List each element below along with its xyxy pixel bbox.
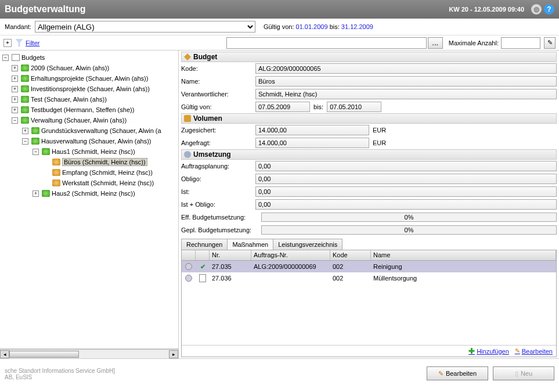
istobligo-label: Ist + Obligo: [181,201,255,208]
kode-label: Kode: [181,65,255,72]
verant-field: Schmidt, Heinz (hsc) [255,89,557,99]
coin-icon [184,115,191,122]
pencil-icon: ✎ [515,347,520,355]
obligo-field: 0,00 [255,174,557,184]
currency-unit: EUR [373,139,386,146]
search-input[interactable] [226,37,427,49]
zugesichert-label: Zugesichert: [181,127,255,134]
tree-node[interactable]: −Haus1 (Schmidt, Heinz (hsc)) [0,146,178,157]
tree-node[interactable]: +Grundstücksverwaltung (Schauer, Alwin (… [0,125,178,136]
validfrom-label: Gültig von: [181,103,255,110]
budget-icon [21,106,29,113]
eff-progress: 0% [261,213,557,222]
tree-node-selected[interactable]: Büros (Schmidt, Heinz (hsc)) [0,157,178,167]
valid-range: Gültig von: 01.01.2009 bis: 31.12.2009 [264,23,373,30]
budget-icon [42,148,50,155]
budget-tree[interactable]: −Budgets +2009 (Schauer, Alwin (ahs)) +E… [0,51,178,349]
grid-body: ✔ 27.035 ALG:2009/000000069 002 Reinigun… [182,261,556,345]
tree-node[interactable]: +Testbudget (Hermann, Steffen (she)) [0,105,178,115]
budget-icon [21,117,29,124]
verant-label: Verantwortlicher: [181,91,255,98]
scroll-thumb[interactable] [9,351,79,358]
name-label: Name: [181,78,255,85]
validfrom-field: 07.05.2009 [255,102,310,112]
col-name[interactable]: Name [371,250,556,260]
col-nr[interactable]: Nr. [210,250,251,260]
doc-icon [199,274,206,282]
wand-icon[interactable]: ✎ [544,37,556,49]
filter-icon [15,39,23,47]
budget-icon [21,75,29,82]
tree-node[interactable]: −Verwaltung (Schauer, Alwin (ahs)) [0,115,178,125]
tree-node[interactable]: +Investitionsprojekte (Schauer, Alwin (a… [0,84,178,94]
tree-node[interactable]: Empfang (Schmidt, Heinz (hsc)) [0,167,178,178]
mandant-row: Mandant: Allgemein (ALG) Gültig von: 01.… [0,19,559,35]
angefragt-label: Angefragt: [181,139,255,146]
diamond-icon [184,53,191,60]
istobligo-field: 0,00 [255,199,557,210]
name-field: Büros [255,76,557,87]
validto-field: 07.05.2010 [327,102,381,112]
auftragsplanung-label: Auftragsplanung: [181,163,255,170]
budget-icon [21,64,29,71]
section-budget: Budget [181,52,557,62]
tree-node[interactable]: +Haus2 (Schmidt, Heinz (hsc)) [0,188,178,199]
browse-button[interactable]: ... [428,37,443,49]
mandant-select[interactable]: Allgemein (ALG) [35,21,255,33]
pencil-icon: ✎ [438,370,443,377]
scroll-right-icon[interactable]: ▸ [169,350,178,358]
status-bar: sche Standort Informations Service GmbH]… [0,358,559,383]
doc-icon [12,54,20,61]
budget-icon [31,138,39,145]
grid-row[interactable]: 27.036 002 Müllentsorgung [182,272,556,284]
ist-field: 0,00 [255,186,557,197]
budget-leaf-icon [52,179,60,186]
filter-link[interactable]: Filter [26,39,39,46]
max-input[interactable] [501,37,540,49]
max-label: Maximale Anzahl: [449,39,499,46]
eff-label: Eff. Budgetumsetzung: [181,214,261,221]
tree-node[interactable]: −Hausverwaltung (Schauer, Alwin (ahs)) [0,136,178,146]
tree-root[interactable]: −Budgets [0,52,178,63]
col-auftragsnr[interactable]: Auftrags-Nr. [251,250,330,260]
edit-button[interactable]: ✎Bearbeiten [427,366,488,380]
gepl-label: Gepl. Budgetumsetzung: [181,226,261,233]
expand-icon[interactable]: + [3,39,12,47]
angefragt-field: 14.000,00 [255,138,369,148]
tab-massnahmen[interactable]: Maßnahmen [227,239,273,250]
tab-leistungsverzeichnis[interactable]: Leistungsverzeichnis [273,239,342,250]
filter-row: + Filter ... Maximale Anzahl: ✎ [0,35,559,51]
tab-bar: Rechnungen Maßnahmen Leistungsverzeichni… [181,239,557,250]
scroll-left-icon[interactable]: ◂ [0,350,9,358]
ist-label: Ist: [181,188,255,195]
gear-icon [185,263,192,270]
grid-row[interactable]: ✔ 27.035 ALG:2009/000000069 002 Reinigun… [182,261,556,272]
edit-link[interactable]: ✎Bearbeiten [515,347,553,355]
help-icon[interactable]: ? [544,4,554,15]
budget-leaf-icon [52,159,60,166]
tree-node[interactable]: Werkstatt (Schmidt, Heinz (hsc)) [0,178,178,188]
auftragsplanung-field: 0,00 [255,161,557,171]
add-link[interactable]: ✚Hinzufügen [468,347,509,355]
massnahmen-grid: Nr. Auftrags-Nr. Kode Name ✔ 27.035 ALG:… [181,250,557,357]
header-date: KW 20 - 12.05.2009 09:40 [449,6,524,13]
col-kode[interactable]: Kode [330,250,371,260]
tab-rechnungen[interactable]: Rechnungen [181,239,228,250]
section-volumen: Volumen [181,113,557,124]
zugesichert-field: 14.000,00 [255,125,369,135]
budget-icon [31,127,39,134]
gear-icon [184,151,191,158]
plus-icon: ✚ [468,347,475,355]
grid-footer: ✚Hinzufügen ✎Bearbeiten [182,345,556,357]
title-bar: Budgetverwaltung KW 20 - 12.05.2009 09:4… [0,0,559,19]
check-icon: ✔ [200,263,205,271]
tree-node[interactable]: +2009 (Schauer, Alwin (ahs)) [0,63,178,73]
tree-hscroll[interactable]: ◂ ▸ [0,349,178,358]
tree-node[interactable]: +Test (Schauer, Alwin (ahs)) [0,94,178,105]
tree-node[interactable]: +Erhaltungsprojekte (Schauer, Alwin (ahs… [0,73,178,84]
mandant-label: Mandant: [5,23,31,30]
new-button[interactable]: ▯Neu [493,366,554,380]
grid-header: Nr. Auftrags-Nr. Kode Name [182,250,556,261]
globe-icon[interactable]: ◍ [531,4,542,15]
currency-unit: EUR [373,127,386,134]
